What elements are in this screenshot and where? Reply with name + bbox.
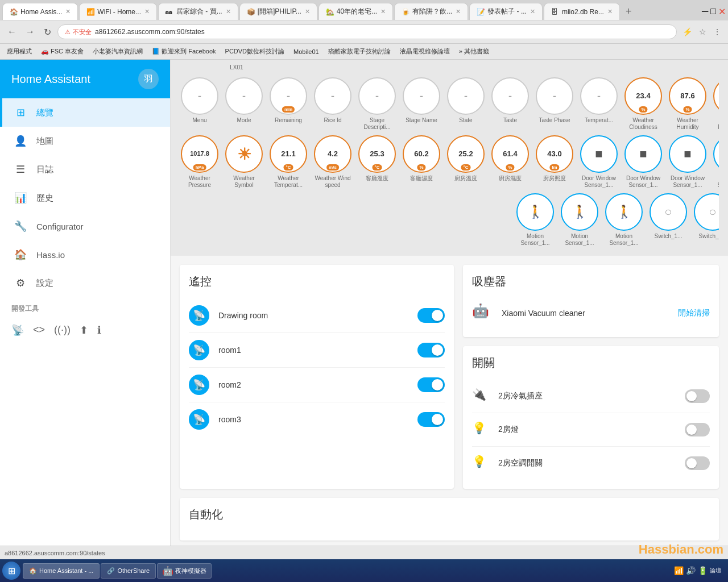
remote-title: 遙控 <box>189 274 445 289</box>
bookmark-lcd[interactable]: 液晶電視維修論壇 <box>398 46 452 57</box>
bookmark-more[interactable]: » 其他書籤 <box>457 46 491 57</box>
address-bar: ← → ↻ ⚠ 不安全 a8612662.asuscomm.com:90/sta… <box>0 20 728 43</box>
tab-active[interactable]: 🏠 Home Assis... ✕ <box>2 3 78 20</box>
bookmark-pikoo[interactable]: 痞酷家族電子技術討論 <box>326 46 393 57</box>
vacuum-start-btn[interactable]: 開始清掃 <box>678 308 710 318</box>
switch-name-2: 2房燈 <box>498 425 685 435</box>
avatar[interactable]: 羽 <box>138 69 159 89</box>
menu-btn[interactable]: ⋮ <box>711 26 723 38</box>
hassio-icon: 🏠 <box>14 248 27 261</box>
toggle-room3[interactable] <box>417 412 445 427</box>
tray-battery: 🔋 <box>698 566 708 575</box>
sensor-row-motion: 🚶 Motion Sensor_1... 🚶 Motion Sensor_1..… <box>180 193 719 247</box>
taskbar-label-nox: 夜神模擬器 <box>175 567 206 575</box>
remote-icon-3: 📡 <box>189 375 209 395</box>
bookmark-fb[interactable]: 📘 歡迎來到 Facebook <box>150 46 218 57</box>
taskbar-home-assistant[interactable]: 🏠 Home Assistant - ... <box>23 563 100 579</box>
remote-name-3: room2 <box>218 380 417 389</box>
sensor-motion-3: 🚶 Motion Sensor_1... <box>560 193 599 247</box>
taskbar-othershare[interactable]: 🔗 OtherShare <box>101 563 156 579</box>
back-button[interactable]: ← <box>5 26 19 38</box>
tab-6[interactable]: 🍺 有陷阱？飲... ✕ <box>394 3 468 20</box>
bookmark-car[interactable]: 小老婆汽車資訊網 <box>90 46 145 57</box>
auto-title: 自動化 <box>189 507 710 522</box>
switch-item-2: 💡 2房燈 <box>472 413 710 447</box>
tab-3[interactable]: 🏘 居家綜合 - 買... ✕ <box>158 3 238 20</box>
light-icon: 💡 <box>472 421 489 438</box>
refresh-button[interactable]: ↻ <box>41 26 54 39</box>
remote-icon-4: 📡 <box>189 409 209 430</box>
forward-button[interactable]: → <box>23 26 38 38</box>
bookmark-fsc[interactable]: 🚗 FSC 車友會 <box>39 46 86 57</box>
configurator-label: Configurator <box>36 222 84 231</box>
configurator-icon: 🔧 <box>14 220 27 232</box>
tab-2[interactable]: 📶 WiFi - Home... ✕ <box>79 3 157 20</box>
bookmark-pcdvd[interactable]: PCDVD數位科技討論 <box>223 46 287 57</box>
tab-close[interactable]: ✕ <box>65 8 71 15</box>
sensor-rice-id: - Rice Id <box>313 77 353 131</box>
sidebar-item-log[interactable]: ☰ 日誌 <box>0 155 170 184</box>
remote-room1: 📡 room1 <box>189 333 445 368</box>
sensor-mode: - Mode <box>224 77 264 131</box>
history-label: 歷史 <box>36 193 53 203</box>
tabs-bar: 🏠 Home Assis... ✕ 📶 WiFi - Home... ✕ 🏘 居… <box>0 0 728 20</box>
sensor-switch-2: ○ Switch_1... <box>693 193 719 247</box>
switch-toggle-3[interactable] <box>685 456 710 470</box>
switch-name-3: 2房空調開關 <box>498 458 685 468</box>
tab-favicon: 🏠 <box>10 8 18 16</box>
toggle-room2[interactable] <box>417 377 445 392</box>
bookmark-mobile01[interactable]: Mobile01 <box>291 47 321 56</box>
sensor-switch-1: ○ Switch_1... <box>648 193 688 247</box>
log-icon: ☰ <box>14 163 27 176</box>
sidebar: Home Assistant 羽 ⊞ 總覽 👤 地圖 ☰ 日誌 📊 歷史 🔧 C… <box>0 60 171 546</box>
sensor-kitchen-lux: 43.0 lm 廚房照度 <box>535 135 574 189</box>
extensions-btn[interactable]: ⚡ <box>680 26 694 38</box>
maximize-btn[interactable]: □ <box>710 6 716 16</box>
dev-tool-upload[interactable]: ⬆ <box>80 324 88 336</box>
sidebar-item-overview[interactable]: ⊞ 總覽 <box>0 98 170 127</box>
vacuum-card: 吸塵器 🤖 Xiaomi Vacuum cleaner 開始清掃 <box>463 265 719 337</box>
switch-title: 開關 <box>472 355 710 371</box>
sensor-weather-symbol: ☀ Weather Symbol <box>224 135 264 189</box>
dev-tools-label: 開發工具 <box>0 297 170 317</box>
taskbar-icon-os: 🔗 <box>107 567 115 575</box>
dev-tool-code[interactable]: <> <box>33 324 45 336</box>
sidebar-item-map[interactable]: 👤 地圖 <box>0 127 170 155</box>
taskbar-nox[interactable]: 🤖 夜神模擬器 <box>157 563 212 579</box>
start-button[interactable]: ⊞ <box>2 562 20 580</box>
tab-8[interactable]: 🗄 miio2.db Re... ✕ <box>544 3 620 20</box>
sidebar-item-history[interactable]: 📊 歷史 <box>0 184 170 212</box>
taskbar-icon-ha: 🏠 <box>29 567 37 575</box>
dev-tool-radio[interactable]: ((·)) <box>54 324 71 336</box>
sensor-weather-precip: 0.0 mm Weather Precipitat... <box>712 77 719 131</box>
minimize-btn[interactable]: ─ <box>702 6 708 16</box>
switch-toggle-1[interactable] <box>685 389 710 403</box>
switch-name-1: 2房冷氣插座 <box>498 391 685 401</box>
bookmark-star-btn[interactable]: ☆ <box>697 26 709 38</box>
tab-3-label: 居家綜合 - 買... <box>176 7 222 16</box>
url-bar[interactable]: ⚠ 不安全 a8612662.asuscomm.com:90/states <box>57 24 677 39</box>
taskbar-items: 🏠 Home Assistant - ... 🔗 OtherShare 🤖 夜神… <box>23 563 669 579</box>
tab-5[interactable]: 🏡 40年的老宅... ✕ <box>318 3 393 20</box>
dev-tools-section: 📡 <> ((·)) ⬆ ℹ <box>0 317 170 343</box>
tab-7[interactable]: 📝 發表帖子 - ... ✕ <box>469 3 543 20</box>
settings-icon: ⚙ <box>14 277 27 289</box>
bookmark-apps[interactable]: 應用程式 <box>5 46 34 57</box>
sidebar-item-configurator[interactable]: 🔧 Configurator <box>0 212 170 240</box>
toolbar-icons: ⚡ ☆ ⋮ <box>680 26 723 38</box>
vacuum-name: Xiaomi Vacuum cleaner <box>502 309 678 318</box>
sidebar-item-settings[interactable]: ⚙ 設定 <box>0 269 170 297</box>
remote-card: 遙控 📡 Drawing room 📡 room1 📡 room2 <box>180 265 454 489</box>
security-label: 不安全 <box>73 28 92 36</box>
tray-time: 論壇 <box>710 567 721 575</box>
toggle-room1[interactable] <box>417 343 445 357</box>
dev-tool-wifi[interactable]: 📡 <box>11 324 24 336</box>
close-btn[interactable]: ✕ <box>718 6 726 17</box>
sidebar-item-hassio[interactable]: 🏠 Hass.io <box>0 240 170 269</box>
tab-4[interactable]: 📦 [開箱]PHILIP... ✕ <box>239 3 317 20</box>
switch-toggle-2[interactable] <box>685 423 710 436</box>
new-tab-button[interactable]: + <box>621 3 636 20</box>
toggle-drawing-room[interactable] <box>417 308 445 323</box>
sensor-remaining: - min Remaining <box>268 77 308 131</box>
dev-tool-info[interactable]: ℹ <box>97 324 101 336</box>
